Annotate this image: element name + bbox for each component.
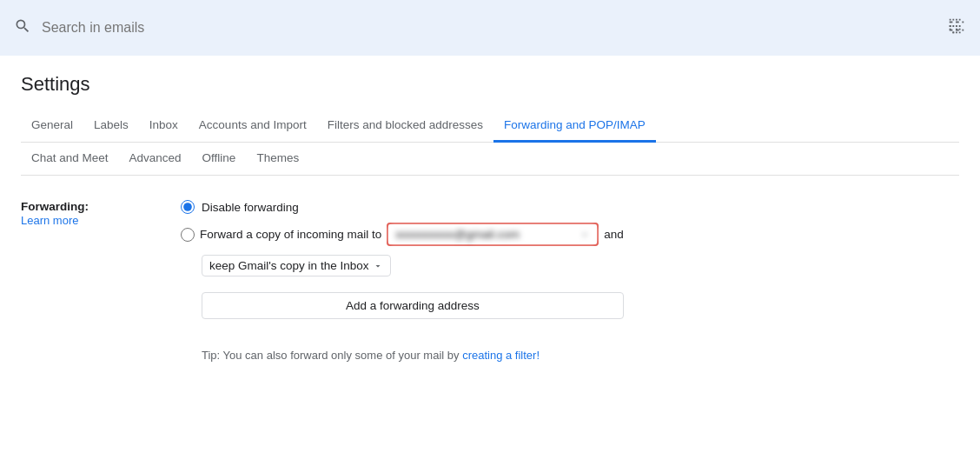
email-select[interactable]: xxxxxxxxxx@gmail.com bbox=[388, 224, 597, 244]
tabs-row-1: General Labels Inbox Accounts and Import… bbox=[21, 110, 959, 143]
forwarding-label-col: Forwarding: Learn more bbox=[21, 200, 160, 227]
and-text: and bbox=[604, 228, 624, 241]
keep-copy-row: keep Gmail's copy in the Inbox mark Gmai… bbox=[202, 255, 624, 276]
tip-prefix: Tip: You can also forward only some of y… bbox=[202, 349, 462, 362]
svg-rect-2 bbox=[962, 21, 963, 23]
content-area: Forwarding: Learn more Disable forwardin… bbox=[0, 176, 980, 386]
search-bar bbox=[0, 0, 980, 56]
search-icon bbox=[14, 17, 31, 39]
email-select-wrapper: xxxxxxxxxx@gmail.com bbox=[387, 223, 599, 246]
tab-forwarding-pop-imap[interactable]: Forwarding and POP/IMAP bbox=[493, 110, 656, 143]
forward-copy-radio[interactable] bbox=[181, 228, 195, 242]
keep-copy-select[interactable]: keep Gmail's copy in the Inbox mark Gmai… bbox=[202, 255, 391, 276]
tab-general[interactable]: General bbox=[21, 110, 83, 143]
creating-filter-link[interactable]: creating a filter! bbox=[462, 349, 540, 362]
disable-forwarding-label: Disable forwarding bbox=[202, 201, 299, 214]
disable-forwarding-radio[interactable] bbox=[181, 200, 195, 214]
filter-icon[interactable] bbox=[947, 17, 966, 40]
forwarding-options: Disable forwarding Forward a copy of inc… bbox=[181, 200, 624, 362]
add-forwarding-address-button[interactable]: Add a forwarding address bbox=[202, 292, 624, 319]
forwarding-label: Forwarding: bbox=[21, 200, 160, 213]
tabs-row-2: Chat and Meet Advanced Offline Themes bbox=[21, 143, 959, 176]
search-input[interactable] bbox=[42, 20, 937, 36]
forward-copy-option: Forward a copy of incoming mail to xxxxx… bbox=[181, 223, 624, 246]
settings-container: Settings General Labels Inbox Accounts a… bbox=[0, 56, 980, 176]
tab-offline[interactable]: Offline bbox=[192, 143, 247, 176]
disable-forwarding-option: Disable forwarding bbox=[181, 200, 624, 214]
tab-filters-blocked[interactable]: Filters and blocked addresses bbox=[317, 110, 493, 143]
svg-rect-4 bbox=[956, 29, 959, 30]
svg-rect-0 bbox=[950, 21, 953, 23]
forward-copy-label: Forward a copy of incoming mail to bbox=[200, 228, 381, 241]
svg-rect-5 bbox=[962, 29, 963, 30]
forwarding-setting-row: Forwarding: Learn more Disable forwardin… bbox=[21, 200, 959, 362]
tab-themes[interactable]: Themes bbox=[246, 143, 309, 176]
tab-labels[interactable]: Labels bbox=[83, 110, 139, 143]
page-title: Settings bbox=[21, 73, 959, 96]
learn-more-link[interactable]: Learn more bbox=[21, 214, 78, 227]
tip-text: Tip: You can also forward only some of y… bbox=[202, 349, 624, 362]
svg-rect-3 bbox=[950, 29, 953, 30]
tab-chat-meet[interactable]: Chat and Meet bbox=[21, 143, 119, 176]
tab-inbox[interactable]: Inbox bbox=[139, 110, 189, 143]
tab-advanced[interactable]: Advanced bbox=[119, 143, 192, 176]
tab-accounts-import[interactable]: Accounts and Import bbox=[189, 110, 317, 143]
svg-rect-1 bbox=[956, 21, 959, 23]
